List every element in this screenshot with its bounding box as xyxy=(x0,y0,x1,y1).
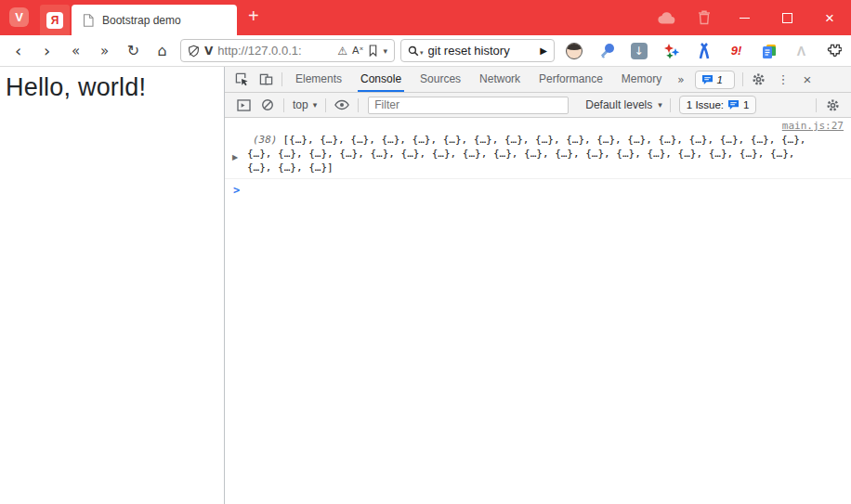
console-log-entry[interactable]: main.js:27 ▶ (38)[{…}, {…}, {…}, {…}, {…… xyxy=(225,118,851,179)
navigation-toolbar: ‹ › « » ↻ ⌂ V http://127.0.0.1: ⚠ Aˣ ▾ ▾… xyxy=(0,35,851,67)
array-length: (38) xyxy=(253,134,278,146)
expand-arrow-icon[interactable]: ▶ xyxy=(232,150,238,164)
levels-label: Default levels xyxy=(585,98,652,111)
close-icon: × xyxy=(825,10,834,26)
console-settings-gear-icon[interactable] xyxy=(820,93,844,118)
search-bar[interactable]: ▾ ▶ xyxy=(400,39,555,62)
yandex-icon: Я xyxy=(46,12,63,29)
separator xyxy=(358,98,359,112)
separator xyxy=(325,98,326,112)
devtools-panel: Elements Console Sources Network Perform… xyxy=(225,67,851,504)
extension-download-icon[interactable]: ↓ xyxy=(630,42,648,59)
extension-ribbon-icon[interactable] xyxy=(695,42,713,59)
tab-memory[interactable]: Memory xyxy=(612,67,671,92)
log-line: (38)[{…}, {…}, {…}, {…}, {…}, {…}, {…}, … xyxy=(247,133,844,147)
extension-red-badge-icon[interactable]: 9! xyxy=(727,42,745,59)
tab-console[interactable]: Console xyxy=(351,67,411,92)
trash-icon[interactable] xyxy=(686,0,723,35)
extensions-puzzle-icon[interactable] xyxy=(825,42,843,59)
back-button[interactable]: ‹ xyxy=(4,41,33,60)
filter-input[interactable] xyxy=(368,97,569,114)
console-sidebar-icon[interactable] xyxy=(231,93,255,118)
chevron-down-icon: ▾ xyxy=(658,100,662,110)
log-line: {…}, {…}, {…}, {…}, {…}, {…}, {…}, {…}, … xyxy=(247,147,844,161)
tab-sources[interactable]: Sources xyxy=(411,67,470,92)
issues-counter-button[interactable]: 1 xyxy=(695,71,735,89)
separator xyxy=(670,98,671,112)
translate-icon[interactable]: Aˣ xyxy=(352,45,363,57)
search-icon[interactable]: ▾ xyxy=(408,45,424,57)
fast-forward-button[interactable]: » xyxy=(90,43,119,59)
tab-network[interactable]: Network xyxy=(470,67,530,92)
issue-bubble-icon xyxy=(701,74,714,85)
maximize-button[interactable] xyxy=(766,0,808,35)
search-input[interactable] xyxy=(428,44,536,58)
close-window-button[interactable]: × xyxy=(808,0,851,35)
separator xyxy=(742,72,743,86)
extension-stars-icon[interactable] xyxy=(662,42,680,59)
rewind-button[interactable]: « xyxy=(61,43,90,59)
search-engine-caret-icon: ▾ xyxy=(420,49,424,57)
new-tab-button[interactable]: + xyxy=(248,6,259,25)
execution-context-selector[interactable]: top ▾ xyxy=(288,98,321,111)
console-toolbar: top ▾ Default levels ▾ 1 Issue: 1 xyxy=(225,93,851,118)
more-tabs-icon[interactable]: » xyxy=(671,73,690,86)
shield-blocker-icon[interactable] xyxy=(188,45,200,58)
extension-lambda-icon[interactable]: Λ xyxy=(792,42,810,59)
reload-button[interactable]: ↻ xyxy=(119,42,148,59)
separator xyxy=(816,98,817,112)
inspect-element-icon[interactable] xyxy=(229,67,254,92)
browser-window: V Я Bootstrap demo + × ‹ › « xyxy=(0,0,851,504)
chevron-down-icon: ▾ xyxy=(313,100,318,110)
clear-console-icon[interactable] xyxy=(255,93,280,118)
more-menu-icon[interactable]: ⋮ xyxy=(771,67,795,92)
console-messages: main.js:27 ▶ (38)[{…}, {…}, {…}, {…}, {…… xyxy=(225,118,851,504)
content-area: Hello, world! Elements Console Sources N… xyxy=(0,67,851,504)
minimize-button[interactable] xyxy=(723,0,766,35)
url-text[interactable]: http://127.0.0.1: xyxy=(217,44,333,58)
home-button[interactable]: ⌂ xyxy=(148,42,177,59)
close-devtools-icon[interactable]: × xyxy=(795,67,819,92)
console-prompt[interactable]: > xyxy=(225,179,851,197)
prompt-chevron-icon: > xyxy=(233,184,240,197)
vivaldi-logo-icon[interactable]: V xyxy=(9,7,29,27)
v-source-icon: V xyxy=(204,45,213,58)
source-link[interactable]: main.js:27 xyxy=(247,120,844,133)
page-favicon-icon xyxy=(83,14,94,27)
search-go-icon[interactable]: ▶ xyxy=(540,45,547,56)
issue-bubble-icon xyxy=(727,99,740,110)
tab-elements[interactable]: Elements xyxy=(286,67,351,92)
separator xyxy=(283,98,284,112)
bookmark-icon[interactable] xyxy=(368,45,378,57)
tab-performance[interactable]: Performance xyxy=(530,67,612,92)
forward-button[interactable]: › xyxy=(33,41,61,60)
web-page: Hello, world! xyxy=(0,67,225,504)
warning-icon[interactable]: ⚠ xyxy=(337,45,347,58)
pinned-tab-yandex[interactable]: Я xyxy=(40,5,70,35)
issues-count: 1 xyxy=(717,74,723,85)
issues-count: 1 xyxy=(743,99,749,110)
tab-bootstrap-demo[interactable]: Bootstrap demo xyxy=(72,5,237,35)
address-bar[interactable]: V http://127.0.0.1: ⚠ Aˣ ▾ xyxy=(180,39,395,62)
log-levels-dropdown[interactable]: Default levels ▾ xyxy=(582,98,666,111)
settings-gear-icon[interactable] xyxy=(747,67,771,92)
issues-label: 1 Issue: xyxy=(687,99,724,110)
device-toolbar-icon[interactable] xyxy=(254,67,278,92)
context-label: top xyxy=(293,98,308,111)
extensions-area: ↓ 9! Λ xyxy=(565,42,843,59)
sync-cloud-icon[interactable] xyxy=(648,0,686,35)
title-bar: V Я Bootstrap demo + × xyxy=(0,0,851,35)
extension-panda-icon[interactable] xyxy=(565,42,583,59)
live-expression-eye-icon[interactable] xyxy=(330,93,354,118)
log-line: {…}, {…}, {…}] xyxy=(247,161,844,174)
extension-docs-icon[interactable] xyxy=(760,42,778,59)
issues-button[interactable]: 1 Issue: 1 xyxy=(679,96,757,114)
extension-key-icon[interactable] xyxy=(597,42,615,59)
address-dropdown-icon[interactable]: ▾ xyxy=(383,46,387,56)
separator xyxy=(281,72,282,86)
page-heading: Hello, world! xyxy=(6,73,218,102)
devtools-tabbar: Elements Console Sources Network Perform… xyxy=(225,67,851,93)
tab-title: Bootstrap demo xyxy=(102,14,181,27)
